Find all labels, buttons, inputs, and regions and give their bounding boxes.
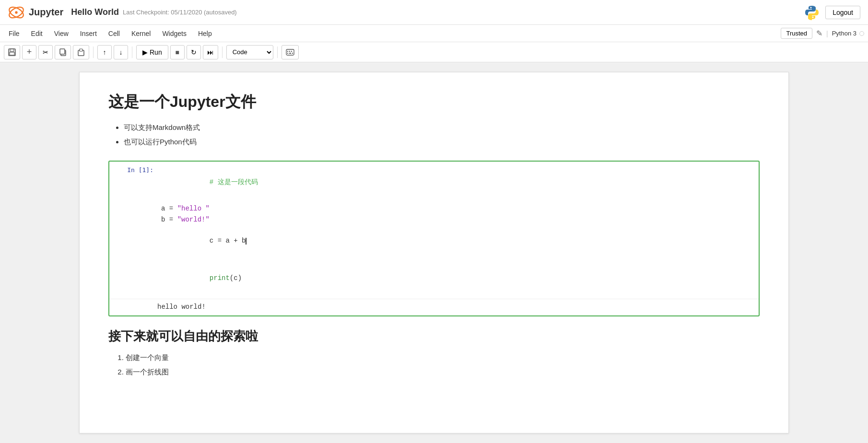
cell-prompt: In [1]: bbox=[109, 162, 157, 299]
comment-text: # 这是一段代码 bbox=[210, 178, 258, 186]
menu-help[interactable]: Help bbox=[193, 28, 217, 39]
kernel-info: Python 3 bbox=[832, 30, 864, 37]
menu-right: Trusted ✎ | Python 3 bbox=[781, 28, 864, 39]
notebook-container: 这是一个Jupyter文件 可以支持Markdown格式 也可以运行Python… bbox=[0, 62, 868, 443]
svg-rect-5 bbox=[10, 52, 14, 55]
bullet-item-2: 也可以运行Python代码 bbox=[124, 135, 760, 149]
toolbar-sep-3 bbox=[222, 47, 223, 58]
code-line-4: print(c) bbox=[161, 262, 755, 294]
cut-button[interactable]: ✂ bbox=[38, 45, 53, 59]
top-bar: Jupyter Hello World Last Checkpoint: 05/… bbox=[0, 0, 868, 25]
run-label: Run bbox=[150, 48, 162, 56]
menu-edit[interactable]: Edit bbox=[26, 28, 47, 39]
code-cell-inner: In [1]: # 这是一段代码 a = "hello " b = "world… bbox=[109, 162, 759, 299]
checkpoint-info: Last Checkpoint: 05/11/2020 (autosaved) bbox=[123, 9, 237, 16]
paste-button[interactable] bbox=[73, 45, 89, 59]
jupyter-brand-text: Jupyter bbox=[29, 7, 63, 18]
plus-icon: + bbox=[27, 47, 32, 57]
section2-item-2: 画一个折线图 bbox=[126, 365, 760, 379]
run-button[interactable]: ▶ Run bbox=[136, 45, 168, 59]
trusted-button[interactable]: Trusted bbox=[781, 28, 812, 39]
svg-rect-7 bbox=[60, 49, 65, 54]
menu-kernel[interactable]: Kernel bbox=[127, 28, 155, 39]
cell-code-area[interactable]: # 这是一段代码 a = "hello " b = "world!" c = a… bbox=[157, 162, 759, 299]
menu-widgets[interactable]: Widgets bbox=[157, 28, 191, 39]
add-cell-button[interactable]: + bbox=[22, 45, 36, 59]
menu-file[interactable]: File bbox=[4, 28, 24, 39]
toolbar-sep-1 bbox=[93, 47, 94, 58]
menu-insert[interactable]: Insert bbox=[75, 28, 102, 39]
copy-icon bbox=[59, 48, 67, 56]
logout-button[interactable]: Logout bbox=[825, 6, 860, 19]
svg-point-2 bbox=[15, 11, 17, 13]
svg-rect-14 bbox=[287, 53, 288, 54]
cell-type-select[interactable]: Code Markdown Raw bbox=[226, 45, 273, 59]
svg-rect-9 bbox=[80, 49, 82, 51]
cursor bbox=[246, 238, 246, 245]
code-line-2: b = "world!" bbox=[161, 214, 755, 225]
section2-item-1: 创建一个向量 bbox=[126, 350, 760, 365]
jupyter-logo-icon bbox=[8, 4, 25, 21]
menu-cell[interactable]: Cell bbox=[104, 28, 125, 39]
code-line-1: a = "hello " bbox=[161, 203, 755, 214]
code-line-comment: # 这是一段代码 bbox=[161, 166, 755, 198]
keyboard-button[interactable] bbox=[282, 45, 299, 59]
keyboard-icon bbox=[286, 49, 294, 56]
svg-rect-13 bbox=[291, 51, 292, 52]
top-bar-right: Logout bbox=[804, 5, 860, 20]
save-button[interactable] bbox=[4, 45, 20, 59]
menu-bar: File Edit View Insert Cell Kernel Widget… bbox=[0, 25, 868, 42]
section1-bullets: 可以支持Markdown格式 也可以运行Python代码 bbox=[108, 120, 760, 149]
paste-icon bbox=[77, 48, 85, 56]
menu-view[interactable]: View bbox=[49, 28, 73, 39]
notebook-title[interactable]: Hello World bbox=[71, 7, 119, 17]
restart-icon: ↻ bbox=[191, 48, 197, 56]
code-cell-1[interactable]: In [1]: # 这是一段代码 a = "hello " b = "world… bbox=[108, 161, 760, 316]
markdown-cell-1: 这是一个Jupyter文件 可以支持Markdown格式 也可以运行Python… bbox=[108, 92, 760, 149]
toolbar-sep-4 bbox=[277, 47, 278, 58]
section2-list: 创建一个向量 画一个折线图 bbox=[108, 350, 760, 379]
jupyter-logo: Jupyter bbox=[8, 4, 63, 21]
stop-icon: ■ bbox=[175, 48, 179, 56]
toolbar: + ✂ ↑ ↓ ▶ Run ■ ↻ ⏭ Code Markdown Raw bbox=[0, 42, 868, 62]
notebook-content: 这是一个Jupyter文件 可以支持Markdown格式 也可以运行Python… bbox=[79, 72, 789, 433]
edit-pencil-icon[interactable]: ✎ bbox=[816, 29, 822, 38]
run-icon: ▶ bbox=[142, 48, 148, 56]
move-up-button[interactable]: ↑ bbox=[97, 45, 112, 59]
save-icon bbox=[8, 48, 16, 56]
copy-button[interactable] bbox=[55, 45, 71, 59]
code-line-3: c = a + b bbox=[161, 225, 755, 257]
move-down-icon: ↓ bbox=[119, 48, 123, 56]
kernel-name: Python 3 bbox=[832, 30, 856, 37]
code-output: hello world! bbox=[109, 299, 759, 315]
python-logo-icon bbox=[804, 5, 820, 20]
kernel-status-circle bbox=[859, 31, 864, 36]
fast-forward-button[interactable]: ⏭ bbox=[203, 45, 218, 59]
svg-rect-15 bbox=[289, 53, 291, 54]
restart-button[interactable]: ↻ bbox=[187, 45, 201, 59]
toolbar-sep-2 bbox=[132, 47, 132, 58]
stop-button[interactable]: ■ bbox=[170, 45, 185, 59]
markdown-cell-2: 接下来就可以自由的探索啦 创建一个向量 画一个折线图 bbox=[108, 328, 760, 379]
separator: | bbox=[826, 30, 828, 37]
svg-rect-11 bbox=[287, 51, 288, 52]
svg-rect-16 bbox=[292, 53, 293, 54]
bullet-item-1: 可以支持Markdown格式 bbox=[124, 120, 760, 135]
svg-rect-10 bbox=[286, 49, 294, 55]
section2-heading: 接下来就可以自由的探索啦 bbox=[108, 328, 760, 345]
fast-forward-icon: ⏭ bbox=[207, 48, 214, 56]
move-up-icon: ↑ bbox=[103, 48, 106, 56]
svg-rect-12 bbox=[289, 51, 290, 52]
section1-heading: 这是一个Jupyter文件 bbox=[108, 92, 760, 113]
move-down-button[interactable]: ↓ bbox=[114, 45, 128, 59]
cut-icon: ✂ bbox=[43, 48, 48, 56]
